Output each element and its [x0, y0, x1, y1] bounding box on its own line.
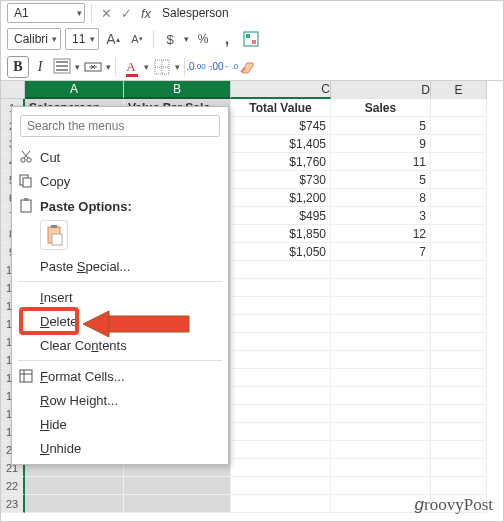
chevron-down-icon[interactable]: ▾: [184, 34, 189, 44]
comma-format-icon[interactable]: ,: [217, 29, 237, 49]
cell[interactable]: [431, 99, 487, 117]
paste-button[interactable]: [40, 220, 68, 250]
cell[interactable]: [431, 405, 487, 423]
cell[interactable]: 5: [331, 117, 431, 135]
cell[interactable]: [231, 387, 331, 405]
font-size-select[interactable]: 11▾: [65, 28, 99, 50]
chevron-down-icon[interactable]: ▾: [175, 62, 180, 72]
chevron-down-icon[interactable]: ▾: [75, 62, 80, 72]
cell[interactable]: [124, 495, 231, 513]
select-all-corner[interactable]: [1, 81, 25, 99]
col-header-C[interactable]: C: [231, 81, 331, 99]
currency-format-icon[interactable]: $: [160, 29, 180, 49]
chevron-down-icon[interactable]: ▾: [77, 8, 82, 18]
cell[interactable]: [231, 297, 331, 315]
menu-unhide[interactable]: Unhide: [12, 436, 228, 460]
chevron-down-icon[interactable]: ▾: [144, 62, 149, 72]
cell[interactable]: [431, 351, 487, 369]
bold-button[interactable]: B: [7, 56, 29, 78]
name-box[interactable]: A1 ▾: [7, 3, 85, 23]
cell[interactable]: [25, 495, 124, 513]
cell[interactable]: [331, 315, 431, 333]
italic-button[interactable]: I: [31, 59, 49, 75]
cell[interactable]: [231, 279, 331, 297]
merge-button[interactable]: [82, 56, 104, 78]
cell[interactable]: $745: [231, 117, 331, 135]
cell[interactable]: [431, 171, 487, 189]
menu-hide[interactable]: Hide: [12, 412, 228, 436]
cell[interactable]: [231, 423, 331, 441]
menu-delete[interactable]: Delete: [12, 309, 228, 333]
cell[interactable]: [431, 279, 487, 297]
row-header[interactable]: 22: [1, 477, 25, 495]
menu-insert[interactable]: Insert: [12, 285, 228, 309]
formula-bar-value[interactable]: Salesperson: [162, 6, 229, 20]
cell[interactable]: [331, 405, 431, 423]
cell[interactable]: [431, 225, 487, 243]
cell[interactable]: [431, 477, 487, 495]
cell[interactable]: [331, 441, 431, 459]
cell[interactable]: [231, 369, 331, 387]
cell[interactable]: [431, 369, 487, 387]
cell[interactable]: $1,760: [231, 153, 331, 171]
increase-decimal-icon[interactable]: .0.00→: [189, 56, 211, 78]
cell[interactable]: [331, 369, 431, 387]
borders-button[interactable]: [151, 56, 173, 78]
menu-copy[interactable]: Copy: [12, 169, 228, 193]
cell[interactable]: 5: [331, 171, 431, 189]
cell[interactable]: $1,850: [231, 225, 331, 243]
cell[interactable]: [231, 333, 331, 351]
cell[interactable]: [431, 189, 487, 207]
cell[interactable]: [231, 459, 331, 477]
col-header-B[interactable]: B: [124, 81, 231, 99]
cell[interactable]: Total Value: [231, 99, 331, 117]
cell[interactable]: 3: [331, 207, 431, 225]
cell[interactable]: [231, 405, 331, 423]
cell[interactable]: 9: [331, 135, 431, 153]
cell[interactable]: [431, 261, 487, 279]
cell[interactable]: [431, 153, 487, 171]
align-button[interactable]: [51, 56, 73, 78]
cell[interactable]: $495: [231, 207, 331, 225]
menu-clear-contents[interactable]: Clear Contents: [12, 333, 228, 357]
cell[interactable]: [231, 261, 331, 279]
cell[interactable]: [331, 477, 431, 495]
cell[interactable]: [431, 441, 487, 459]
cell[interactable]: [25, 477, 124, 495]
cell[interactable]: [431, 315, 487, 333]
confirm-formula-icon[interactable]: ✓: [118, 5, 134, 21]
font-color-button[interactable]: A: [120, 56, 142, 78]
increase-font-icon[interactable]: A▴: [103, 29, 123, 49]
cell[interactable]: [431, 333, 487, 351]
fx-icon[interactable]: fx: [138, 5, 154, 21]
cell[interactable]: [331, 333, 431, 351]
cell[interactable]: Sales: [331, 99, 431, 117]
cell[interactable]: 7: [331, 243, 431, 261]
cell[interactable]: [431, 207, 487, 225]
cell[interactable]: [431, 117, 487, 135]
cell[interactable]: [431, 297, 487, 315]
cell[interactable]: [331, 387, 431, 405]
cell[interactable]: 11: [331, 153, 431, 171]
cell[interactable]: [331, 261, 431, 279]
chevron-down-icon[interactable]: ▾: [106, 62, 111, 72]
cell[interactable]: [231, 495, 331, 513]
decrease-font-icon[interactable]: A▾: [127, 29, 147, 49]
col-header-D[interactable]: D: [331, 81, 431, 99]
cell[interactable]: [124, 477, 231, 495]
cell[interactable]: $730: [231, 171, 331, 189]
cell[interactable]: [431, 135, 487, 153]
cell[interactable]: [331, 297, 431, 315]
menu-row-height[interactable]: Row Height...: [12, 388, 228, 412]
cell[interactable]: [231, 441, 331, 459]
cell[interactable]: [331, 351, 431, 369]
cell[interactable]: $1,050: [231, 243, 331, 261]
cell[interactable]: 12: [331, 225, 431, 243]
percent-format-icon[interactable]: %: [193, 29, 213, 49]
menu-search-input[interactable]: [20, 115, 220, 137]
cell[interactable]: $1,200: [231, 189, 331, 207]
cell[interactable]: [431, 243, 487, 261]
menu-cut[interactable]: Cut: [12, 145, 228, 169]
col-header-E[interactable]: E: [431, 81, 487, 99]
cell[interactable]: [431, 459, 487, 477]
